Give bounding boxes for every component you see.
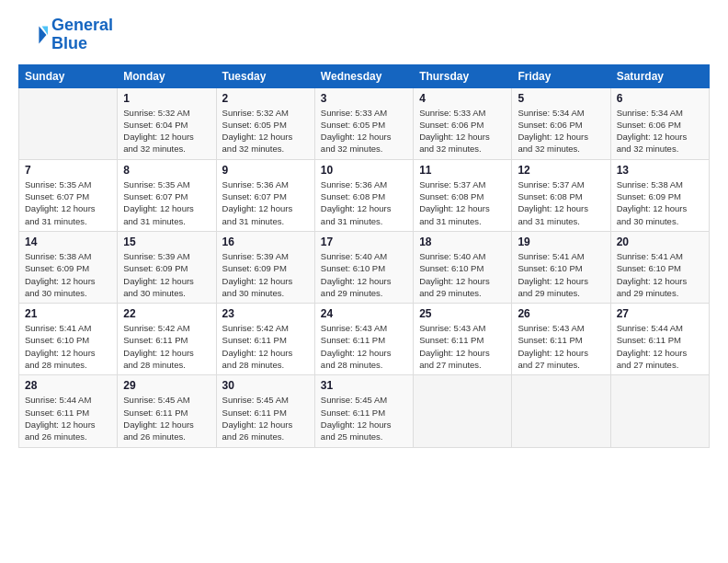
calendar-cell: 27Sunrise: 5:44 AMSunset: 6:11 PMDayligh… (610, 304, 709, 375)
calendar-cell: 21Sunrise: 5:41 AMSunset: 6:10 PMDayligh… (19, 304, 118, 375)
calendar-cell: 18Sunrise: 5:40 AMSunset: 6:10 PMDayligh… (414, 231, 512, 303)
week-row-4: 21Sunrise: 5:41 AMSunset: 6:10 PMDayligh… (19, 304, 710, 375)
calendar-cell: 6Sunrise: 5:34 AMSunset: 6:06 PMDaylight… (610, 87, 709, 159)
calendar-cell: 9Sunrise: 5:36 AMSunset: 6:07 PMDaylight… (216, 159, 314, 231)
calendar-cell: 12Sunrise: 5:37 AMSunset: 6:08 PMDayligh… (512, 159, 610, 231)
day-info: Sunrise: 5:41 AMSunset: 6:10 PMDaylight:… (25, 322, 111, 371)
day-info: Sunrise: 5:44 AMSunset: 6:11 PMDaylight:… (617, 322, 703, 371)
day-info: Sunrise: 5:43 AMSunset: 6:11 PMDaylight:… (321, 322, 407, 371)
day-number: 4 (419, 92, 506, 105)
day-number: 10 (321, 164, 407, 177)
day-info: Sunrise: 5:39 AMSunset: 6:09 PMDaylight:… (222, 250, 309, 299)
calendar-cell: 10Sunrise: 5:36 AMSunset: 6:08 PMDayligh… (314, 159, 413, 231)
day-number: 16 (222, 236, 309, 248)
day-info: Sunrise: 5:32 AMSunset: 6:05 PMDaylight:… (222, 107, 309, 155)
day-number: 31 (321, 379, 407, 392)
week-row-5: 28Sunrise: 5:44 AMSunset: 6:11 PMDayligh… (19, 375, 710, 447)
calendar-cell (512, 375, 610, 447)
day-info: Sunrise: 5:33 AMSunset: 6:05 PMDaylight:… (321, 107, 407, 155)
day-number: 13 (617, 164, 703, 177)
day-number: 30 (222, 379, 309, 392)
day-number: 8 (123, 164, 210, 177)
logo-text: General Blue (51, 17, 113, 53)
day-info: Sunrise: 5:44 AMSunset: 6:11 PMDaylight:… (25, 394, 111, 442)
calendar-cell: 17Sunrise: 5:40 AMSunset: 6:10 PMDayligh… (314, 231, 413, 303)
day-number: 9 (222, 164, 309, 177)
day-info: Sunrise: 5:45 AMSunset: 6:11 PMDaylight:… (123, 394, 210, 442)
calendar-cell: 16Sunrise: 5:39 AMSunset: 6:09 PMDayligh… (216, 231, 314, 303)
day-number: 6 (617, 92, 703, 105)
day-number: 2 (222, 92, 309, 105)
week-row-1: 1Sunrise: 5:32 AMSunset: 6:04 PMDaylight… (19, 87, 710, 159)
day-info: Sunrise: 5:40 AMSunset: 6:10 PMDaylight:… (419, 250, 506, 299)
day-info: Sunrise: 5:32 AMSunset: 6:04 PMDaylight:… (123, 107, 210, 155)
calendar-cell: 5Sunrise: 5:34 AMSunset: 6:06 PMDaylight… (512, 87, 610, 159)
day-number: 29 (123, 379, 210, 392)
day-number: 14 (25, 236, 111, 248)
page-container: General Blue Sunday Monday Tuesday Wedne… (0, 0, 728, 457)
day-number: 28 (25, 379, 111, 392)
day-info: Sunrise: 5:43 AMSunset: 6:11 PMDaylight:… (518, 322, 604, 371)
weekday-header-saturday: Saturday (610, 64, 709, 87)
weekday-header-wednesday: Wednesday (314, 64, 413, 87)
day-number: 7 (25, 164, 111, 177)
day-number: 22 (123, 307, 210, 320)
day-number: 17 (321, 236, 407, 248)
day-number: 12 (518, 164, 604, 177)
day-number: 15 (123, 236, 210, 248)
day-number: 20 (617, 236, 703, 248)
day-info: Sunrise: 5:35 AMSunset: 6:07 PMDaylight:… (25, 178, 111, 227)
logo: General Blue (18, 17, 113, 53)
calendar-cell: 26Sunrise: 5:43 AMSunset: 6:11 PMDayligh… (512, 304, 610, 375)
day-info: Sunrise: 5:36 AMSunset: 6:08 PMDaylight:… (321, 178, 407, 227)
calendar-cell: 3Sunrise: 5:33 AMSunset: 6:05 PMDaylight… (314, 87, 413, 159)
calendar-cell (610, 375, 709, 447)
day-info: Sunrise: 5:34 AMSunset: 6:06 PMDaylight:… (617, 107, 703, 155)
calendar-cell: 13Sunrise: 5:38 AMSunset: 6:09 PMDayligh… (610, 159, 709, 231)
day-info: Sunrise: 5:43 AMSunset: 6:11 PMDaylight:… (419, 322, 506, 371)
calendar-cell: 25Sunrise: 5:43 AMSunset: 6:11 PMDayligh… (414, 304, 512, 375)
calendar-cell: 20Sunrise: 5:41 AMSunset: 6:10 PMDayligh… (610, 231, 709, 303)
calendar-cell: 22Sunrise: 5:42 AMSunset: 6:11 PMDayligh… (118, 304, 216, 375)
day-info: Sunrise: 5:35 AMSunset: 6:07 PMDaylight:… (123, 178, 210, 227)
calendar-cell: 31Sunrise: 5:45 AMSunset: 6:11 PMDayligh… (314, 375, 413, 447)
day-number: 5 (518, 92, 604, 105)
weekday-header-tuesday: Tuesday (216, 64, 314, 87)
calendar-cell: 1Sunrise: 5:32 AMSunset: 6:04 PMDaylight… (118, 87, 216, 159)
calendar-cell: 23Sunrise: 5:42 AMSunset: 6:11 PMDayligh… (216, 304, 314, 375)
calendar-cell (414, 375, 512, 447)
day-info: Sunrise: 5:42 AMSunset: 6:11 PMDaylight:… (123, 322, 210, 371)
week-row-3: 14Sunrise: 5:38 AMSunset: 6:09 PMDayligh… (19, 231, 710, 303)
day-number: 11 (419, 164, 506, 177)
week-row-2: 7Sunrise: 5:35 AMSunset: 6:07 PMDaylight… (19, 159, 710, 231)
weekday-header-monday: Monday (118, 64, 216, 87)
logo-icon (18, 20, 48, 50)
day-info: Sunrise: 5:45 AMSunset: 6:11 PMDaylight:… (321, 394, 407, 442)
day-info: Sunrise: 5:39 AMSunset: 6:09 PMDaylight:… (123, 250, 210, 299)
day-info: Sunrise: 5:36 AMSunset: 6:07 PMDaylight:… (222, 178, 309, 227)
day-number: 25 (419, 307, 506, 320)
day-number: 1 (123, 92, 210, 105)
calendar-table: Sunday Monday Tuesday Wednesday Thursday… (18, 64, 710, 448)
day-info: Sunrise: 5:33 AMSunset: 6:06 PMDaylight:… (419, 107, 506, 155)
day-number: 3 (321, 92, 407, 105)
page-header: General Blue (18, 17, 710, 53)
day-info: Sunrise: 5:45 AMSunset: 6:11 PMDaylight:… (222, 394, 309, 442)
calendar-cell: 8Sunrise: 5:35 AMSunset: 6:07 PMDaylight… (118, 159, 216, 231)
calendar-cell: 19Sunrise: 5:41 AMSunset: 6:10 PMDayligh… (512, 231, 610, 303)
day-info: Sunrise: 5:42 AMSunset: 6:11 PMDaylight:… (222, 322, 309, 371)
calendar-cell: 28Sunrise: 5:44 AMSunset: 6:11 PMDayligh… (19, 375, 118, 447)
day-info: Sunrise: 5:37 AMSunset: 6:08 PMDaylight:… (419, 178, 506, 227)
weekday-header-sunday: Sunday (19, 64, 118, 87)
day-info: Sunrise: 5:38 AMSunset: 6:09 PMDaylight:… (617, 178, 703, 227)
day-number: 26 (518, 307, 604, 320)
day-info: Sunrise: 5:37 AMSunset: 6:08 PMDaylight:… (518, 178, 604, 227)
calendar-cell: 4Sunrise: 5:33 AMSunset: 6:06 PMDaylight… (414, 87, 512, 159)
day-number: 24 (321, 307, 407, 320)
calendar-cell: 2Sunrise: 5:32 AMSunset: 6:05 PMDaylight… (216, 87, 314, 159)
calendar-cell (19, 87, 118, 159)
day-number: 19 (518, 236, 604, 248)
calendar-cell: 7Sunrise: 5:35 AMSunset: 6:07 PMDaylight… (19, 159, 118, 231)
calendar-cell: 30Sunrise: 5:45 AMSunset: 6:11 PMDayligh… (216, 375, 314, 447)
weekday-header-thursday: Thursday (414, 64, 512, 87)
